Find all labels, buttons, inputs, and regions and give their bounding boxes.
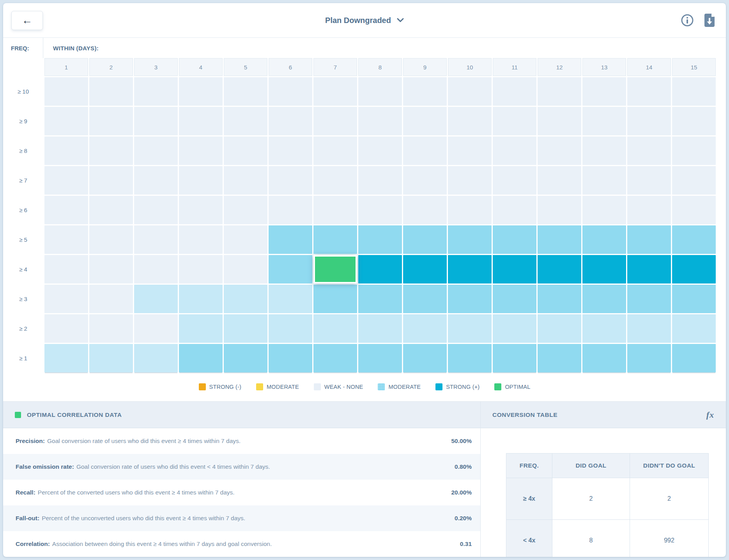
- heatmap-cell[interactable]: [358, 166, 402, 195]
- heatmap-cell[interactable]: [224, 285, 267, 313]
- heatmap-cell[interactable]: [493, 255, 536, 284]
- heatmap-cell[interactable]: [627, 285, 671, 313]
- heatmap-cell[interactable]: [672, 107, 716, 135]
- heatmap-cell[interactable]: [493, 196, 536, 224]
- heatmap-cell[interactable]: [89, 77, 133, 106]
- heatmap-cell[interactable]: [358, 225, 402, 254]
- heatmap-cell[interactable]: [269, 225, 312, 254]
- heatmap-cell[interactable]: [134, 255, 178, 284]
- heatmap-cell[interactable]: [448, 225, 492, 254]
- heatmap-cell[interactable]: [403, 225, 447, 254]
- heatmap-cell[interactable]: [493, 285, 536, 313]
- heatmap-cell[interactable]: [269, 285, 312, 313]
- heatmap-cell[interactable]: [134, 285, 178, 313]
- heatmap-cell[interactable]: [224, 136, 267, 165]
- heatmap-cell[interactable]: [134, 196, 178, 224]
- heatmap-cell[interactable]: [493, 166, 536, 195]
- heatmap-cell[interactable]: [627, 225, 671, 254]
- heatmap-cell[interactable]: [448, 285, 492, 313]
- heatmap-cell[interactable]: [582, 77, 626, 106]
- heatmap-cell[interactable]: [538, 314, 581, 343]
- heatmap-cell[interactable]: [582, 314, 626, 343]
- heatmap-cell[interactable]: [448, 77, 492, 106]
- heatmap-cell[interactable]: [538, 166, 581, 195]
- heatmap-cell[interactable]: [313, 166, 357, 195]
- heatmap-cell[interactable]: [538, 196, 581, 224]
- heatmap-cell[interactable]: [403, 255, 447, 284]
- heatmap-cell[interactable]: [403, 344, 447, 372]
- heatmap-cell[interactable]: [538, 285, 581, 313]
- heatmap-cell[interactable]: [89, 136, 133, 165]
- heatmap-cell[interactable]: [89, 344, 133, 372]
- heatmap-cell[interactable]: [672, 77, 716, 106]
- heatmap-cell[interactable]: [89, 166, 133, 195]
- heatmap-cell[interactable]: [134, 136, 178, 165]
- heatmap-cell[interactable]: [179, 107, 223, 135]
- event-selector[interactable]: Plan Downgraded: [325, 16, 404, 25]
- heatmap-cell[interactable]: [134, 107, 178, 135]
- heatmap-cell[interactable]: [672, 285, 716, 313]
- heatmap-cell[interactable]: [269, 166, 312, 195]
- heatmap-cell[interactable]: [44, 196, 88, 224]
- heatmap-cell[interactable]: [44, 314, 88, 343]
- heatmap-cell[interactable]: [672, 225, 716, 254]
- heatmap-cell[interactable]: [582, 166, 626, 195]
- heatmap-cell[interactable]: [224, 196, 267, 224]
- heatmap-cell[interactable]: [44, 77, 88, 106]
- heatmap-cell[interactable]: [44, 136, 88, 165]
- heatmap-cell[interactable]: [403, 107, 447, 135]
- heatmap-cell[interactable]: [89, 285, 133, 313]
- heatmap-cell[interactable]: [224, 166, 267, 195]
- heatmap-cell[interactable]: [269, 344, 312, 372]
- heatmap-cell[interactable]: [358, 255, 402, 284]
- heatmap-cell[interactable]: [627, 344, 671, 372]
- heatmap-cell[interactable]: [403, 285, 447, 313]
- heatmap-cell[interactable]: [538, 344, 581, 372]
- heatmap-cell[interactable]: [313, 225, 357, 254]
- heatmap-cell[interactable]: [448, 344, 492, 372]
- heatmap-cell[interactable]: [224, 107, 267, 135]
- heatmap-cell[interactable]: [582, 255, 626, 284]
- fx-icon[interactable]: fx: [706, 410, 714, 420]
- heatmap-cell[interactable]: [672, 196, 716, 224]
- heatmap-cell[interactable]: [179, 314, 223, 343]
- heatmap-cell[interactable]: [134, 344, 178, 372]
- heatmap-cell[interactable]: [493, 344, 536, 372]
- heatmap-cell[interactable]: [44, 107, 88, 135]
- heatmap-cell[interactable]: [134, 314, 178, 343]
- heatmap-cell[interactable]: [627, 166, 671, 195]
- heatmap-cell[interactable]: [224, 255, 267, 284]
- heatmap-cell[interactable]: [313, 107, 357, 135]
- heatmap-cell[interactable]: [582, 225, 626, 254]
- heatmap-cell[interactable]: [358, 77, 402, 106]
- heatmap-cell[interactable]: [224, 314, 267, 343]
- heatmap-cell[interactable]: [448, 255, 492, 284]
- heatmap-cell[interactable]: [538, 136, 581, 165]
- heatmap-cell[interactable]: [672, 255, 716, 284]
- heatmap-cell[interactable]: [269, 314, 312, 343]
- heatmap-cell[interactable]: [627, 255, 671, 284]
- heatmap-cell[interactable]: [627, 314, 671, 343]
- heatmap-cell[interactable]: [179, 196, 223, 224]
- heatmap-cell[interactable]: [582, 196, 626, 224]
- heatmap-cell[interactable]: [179, 77, 223, 106]
- heatmap-cell[interactable]: [403, 196, 447, 224]
- heatmap-cell[interactable]: [358, 314, 402, 343]
- heatmap-cell[interactable]: [224, 344, 267, 372]
- heatmap-cell[interactable]: [134, 166, 178, 195]
- heatmap-cell[interactable]: [44, 166, 88, 195]
- heatmap-cell[interactable]: [627, 107, 671, 135]
- heatmap-cell[interactable]: [538, 107, 581, 135]
- heatmap-cell[interactable]: [313, 136, 357, 165]
- back-button[interactable]: ←: [11, 11, 43, 30]
- heatmap-cell-selected-optimal[interactable]: [313, 255, 357, 284]
- heatmap-cell[interactable]: [134, 77, 178, 106]
- heatmap-cell[interactable]: [493, 314, 536, 343]
- heatmap-cell[interactable]: [448, 196, 492, 224]
- heatmap-cell[interactable]: [224, 77, 267, 106]
- heatmap-cell[interactable]: [89, 196, 133, 224]
- heatmap-cell[interactable]: [448, 136, 492, 165]
- heatmap-cell[interactable]: [403, 314, 447, 343]
- heatmap-cell[interactable]: [672, 314, 716, 343]
- heatmap-cell[interactable]: [134, 225, 178, 254]
